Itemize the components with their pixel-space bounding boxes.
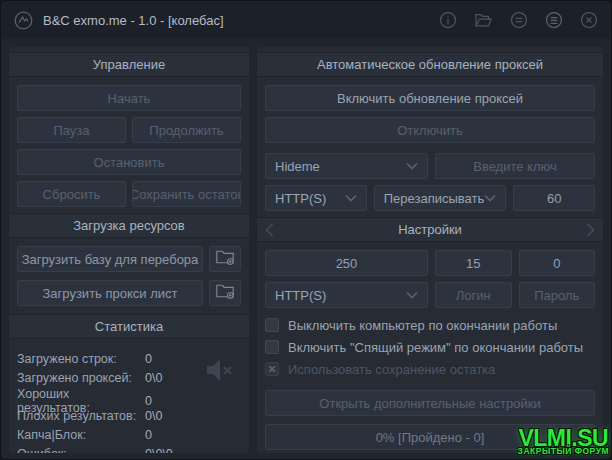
retries-input[interactable] xyxy=(519,250,596,276)
update-interval-input[interactable] xyxy=(513,185,595,211)
section-title: Статистика xyxy=(95,319,163,334)
main-content: Управление Начать Пауза Продолжить Остан… xyxy=(1,39,611,460)
stat-value: 0\0\0 xyxy=(145,447,241,454)
proxy-type-select[interactable]: HTTP(S) xyxy=(265,282,428,308)
right-panel: Автоматическое обновление проксей Включи… xyxy=(257,47,603,453)
progress-bar: 0% [Пройдено - 0] xyxy=(265,424,595,450)
stat-value: 0\0 xyxy=(145,409,241,423)
start-button[interactable]: Начать xyxy=(17,85,241,111)
section-header-proxy-update: Автоматическое обновление проксей xyxy=(257,52,603,77)
folder-import-icon xyxy=(215,282,235,304)
app-logo-icon xyxy=(13,10,34,31)
checkbox-row-0[interactable]: ✕ Выключить компьютер по окончании работ… xyxy=(265,314,595,336)
stat-row: Капча|Блок: 0 xyxy=(17,425,241,444)
load-base-folder-button[interactable] xyxy=(209,246,241,272)
titlebar-buttons xyxy=(438,10,599,30)
section-header-stats: Статистика xyxy=(9,314,249,339)
stats-list: Загружено строк: 0 Загружено проксей: 0\… xyxy=(17,347,241,453)
proxy-service-select[interactable]: Hideme xyxy=(265,153,428,179)
chevron-down-icon xyxy=(484,194,496,202)
section-header-resources: Загрузка ресурсов xyxy=(9,213,249,238)
checkbox-x-icon: ✕ xyxy=(265,362,279,376)
chevron-right-icon[interactable] xyxy=(586,218,595,241)
close-icon[interactable] xyxy=(579,10,599,30)
chevron-left-icon[interactable] xyxy=(265,218,274,241)
selected-option: HTTP(S) xyxy=(275,191,326,206)
stat-label: Плохих результатов: xyxy=(17,409,145,423)
app-window: B&C exmo.me - 1.0 - [колебас] xyxy=(0,0,612,460)
proxy-password-input[interactable] xyxy=(519,282,596,308)
load-base-button[interactable]: Загрузить базу для перебора xyxy=(17,246,203,272)
progress-text: 0% [Пройдено - 0] xyxy=(376,430,485,445)
section-header-settings: Настройки xyxy=(257,217,603,242)
load-proxy-button[interactable]: Загрузить прокси лист xyxy=(17,280,203,306)
checkbox-row-1[interactable]: ✕ Включить "Спящий режим" по окончании р… xyxy=(265,336,595,358)
open-folder-icon[interactable] xyxy=(473,10,494,30)
selected-option: HTTP(S) xyxy=(275,288,326,303)
section-header-controls: Управление xyxy=(9,52,249,77)
checkbox-label: Выключить компьютер по окончании работы xyxy=(288,318,557,333)
stat-label: Капча|Блок: xyxy=(17,428,145,442)
section-title: Настройки xyxy=(398,222,462,237)
menu-circle-icon[interactable] xyxy=(544,10,564,30)
chevron-down-icon xyxy=(406,291,418,299)
section-title: Автоматическое обновление проксей xyxy=(317,57,543,72)
stat-label: Загружено строк: xyxy=(17,352,145,366)
stat-row: Хороших результатов: 0 xyxy=(17,387,241,406)
timeout-input[interactable] xyxy=(435,250,512,276)
muted-speaker-icon[interactable] xyxy=(203,355,237,388)
threads-input[interactable] xyxy=(265,250,428,276)
list-circle-icon[interactable] xyxy=(509,10,529,30)
info-icon[interactable] xyxy=(438,10,458,30)
api-key-input[interactable] xyxy=(435,153,595,179)
stat-label: Ошибок: xyxy=(17,447,145,454)
stat-row: Плохих результатов: 0\0 xyxy=(17,406,241,425)
reset-button[interactable]: Сбросить xyxy=(17,181,126,207)
open-advanced-settings-button[interactable]: Открыть дополнительные настройки xyxy=(265,390,595,416)
stat-label: Загружено проксей: xyxy=(17,371,145,385)
checkbox: ✕ xyxy=(265,340,279,354)
checkbox-label: Включить "Спящий режим" по окончании раб… xyxy=(288,340,583,355)
selected-option: Hideme xyxy=(275,159,320,174)
selected-option: Перезаписывать xyxy=(384,191,485,206)
chevron-down-icon xyxy=(406,162,418,170)
folder-import-icon xyxy=(215,248,235,270)
resume-button[interactable]: Продолжить xyxy=(132,117,241,143)
checkbox-row-2[interactable]: ✕ Использовать сохранение остатка xyxy=(265,358,595,380)
left-panel: Управление Начать Пауза Продолжить Остан… xyxy=(9,47,249,453)
disable-proxy-update-button[interactable]: Отключить xyxy=(265,117,595,143)
section-title: Управление xyxy=(93,57,165,72)
enable-proxy-update-button[interactable]: Включить обновление проксей xyxy=(265,85,595,111)
update-mode-select[interactable]: Перезаписывать xyxy=(374,185,507,211)
chevron-down-icon xyxy=(345,194,357,202)
section-title: Загрузка ресурсов xyxy=(73,218,185,233)
load-proxy-folder-button[interactable] xyxy=(209,280,241,306)
checkbox-label: Использовать сохранение остатка xyxy=(288,362,495,377)
titlebar: B&C exmo.me - 1.0 - [колебас] xyxy=(1,1,611,39)
checkbox: ✕ xyxy=(265,318,279,332)
checkbox-group: ✕ Выключить компьютер по окончании работ… xyxy=(265,314,595,380)
proxy-login-input[interactable] xyxy=(435,282,512,308)
stat-value: 0 xyxy=(145,428,241,442)
stat-row: Ошибок: 0\0\0 xyxy=(17,444,241,453)
pause-button[interactable]: Пауза xyxy=(17,117,126,143)
stat-value: 0 xyxy=(145,394,241,408)
save-rest-button[interactable]: Сохранить остаток xyxy=(132,181,241,207)
window-title: B&C exmo.me - 1.0 - [колебас] xyxy=(43,13,224,28)
update-proxy-type-select[interactable]: HTTP(S) xyxy=(265,185,367,211)
stop-button[interactable]: Остановить xyxy=(17,149,241,175)
